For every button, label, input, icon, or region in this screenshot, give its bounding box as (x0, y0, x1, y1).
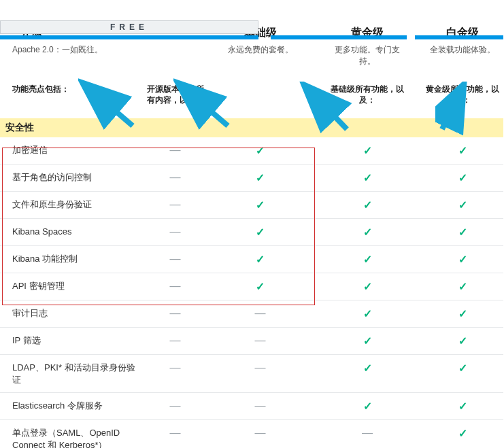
feature-label: 加密通信 (0, 137, 143, 163)
tier-gold-desc: 更多功能。专门支持。 (323, 44, 411, 80)
check-icon: ✓ (256, 254, 265, 265)
includes-gold: 基础级所有功能，以及： (323, 80, 411, 119)
check-icon: ✓ (458, 281, 467, 292)
feature-label: LDAP、PKI* 和活动目录身份验证 (0, 355, 143, 392)
check-icon: ✓ (458, 172, 467, 184)
check-icon: ✓ (458, 362, 467, 374)
table-row: 文件和原生身份验证—✓✓✓ (0, 192, 503, 219)
dash-icon: — (170, 144, 181, 156)
free-banner: FREE (0, 20, 258, 34)
dash-icon: — (170, 253, 181, 264)
dash-icon: — (255, 307, 266, 319)
dash-icon: — (170, 226, 181, 237)
check-icon: ✓ (363, 199, 372, 211)
check-icon: ✓ (363, 335, 372, 347)
tier-basic-desc: 永远免费的套餐。 (207, 44, 313, 68)
table-row: 加密通信—✓✓✓ (0, 137, 503, 165)
feature-label: 文件和原生身份验证 (0, 192, 143, 218)
dash-icon: — (255, 334, 266, 346)
dash-icon: — (170, 427, 181, 438)
table-row: Kibana 功能控制—✓✓✓ (0, 246, 503, 273)
feature-rows: 加密通信—✓✓✓基于角色的访问控制—✓✓✓文件和原生身份验证—✓✓✓Kibana… (0, 137, 503, 448)
check-icon: ✓ (363, 308, 372, 320)
includes-opensource: 功能亮点包括： (0, 80, 143, 107)
tier-platinum-name: 白金级 (422, 20, 503, 44)
check-icon: ✓ (458, 199, 467, 211)
dash-icon: — (362, 427, 373, 438)
dash-icon: — (255, 400, 266, 411)
check-icon: ✓ (363, 172, 372, 184)
table-row: 基于角色的访问控制—✓✓✓ (0, 165, 503, 192)
check-icon: ✓ (458, 400, 467, 412)
feature-label: Kibana 功能控制 (0, 246, 143, 272)
feature-label: 单点登录（SAML、OpenID Connect 和 Kerberos*） (0, 420, 143, 448)
tier-gold-name: 黄金级 (323, 20, 411, 44)
tier-opensource-desc: Apache 2.0：一如既往。 (0, 44, 143, 68)
tier-platinum-desc: 全装载功能体验。 (422, 44, 503, 68)
feature-label: IP 筛选 (0, 328, 143, 354)
check-icon: ✓ (458, 335, 467, 347)
check-icon: ✓ (256, 281, 265, 292)
dash-icon: — (170, 334, 181, 346)
check-icon: ✓ (363, 281, 372, 292)
comparison-table: FREE 开源 Apache 2.0：一如既往。 基础级 永远免费的套餐。 黄金… (0, 20, 503, 448)
topbar-free (0, 35, 258, 39)
dash-icon: — (170, 171, 181, 183)
dash-icon: — (255, 427, 266, 438)
check-icon: ✓ (363, 254, 372, 265)
dash-icon: — (170, 199, 181, 210)
feature-label: API 密钥管理 (0, 273, 143, 299)
feature-label: Elasticsearch 令牌服务 (0, 393, 143, 419)
check-icon: ✓ (458, 428, 467, 439)
table-row: API 密钥管理—✓✓✓ (0, 273, 503, 300)
table-row: 单点登录（SAML、OpenID Connect 和 Kerberos*）———… (0, 420, 503, 448)
topbar-gold (271, 35, 407, 39)
table-row: 审计日志——✓✓ (0, 300, 503, 328)
check-icon: ✓ (458, 308, 467, 320)
check-icon: ✓ (256, 172, 265, 184)
check-icon: ✓ (256, 199, 265, 211)
includes-row: 功能亮点包括： 开源版本中的所有内容，以及： 基础级所有功能，以及： 黄金级所有… (0, 80, 503, 119)
table-row: LDAP、PKI* 和活动目录身份验证——✓✓ (0, 355, 503, 393)
check-icon: ✓ (363, 145, 372, 156)
topbar-platinum (415, 35, 503, 39)
check-icon: ✓ (458, 254, 467, 265)
dash-icon: — (255, 362, 266, 373)
check-icon: ✓ (256, 226, 265, 238)
table-row: Elasticsearch 令牌服务——✓✓ (0, 393, 503, 420)
check-icon: ✓ (458, 226, 467, 238)
dash-icon: — (170, 280, 181, 292)
feature-label: Kibana Spaces (0, 219, 143, 245)
table-row: IP 筛选——✓✓ (0, 328, 503, 355)
includes-platinum: 黄金级所有功能，以及： (422, 80, 503, 119)
check-icon: ✓ (363, 226, 372, 238)
feature-label: 基于角色的访问控制 (0, 165, 143, 190)
dash-icon: — (170, 400, 181, 411)
check-icon: ✓ (363, 400, 372, 412)
dash-icon: — (170, 307, 181, 319)
includes-basic: 开源版本中的所有内容，以及： (143, 80, 207, 119)
check-icon: ✓ (256, 145, 265, 156)
table-row: Kibana Spaces—✓✓✓ (0, 219, 503, 246)
dash-icon: — (170, 362, 181, 373)
section-security: 安全性 (0, 118, 503, 137)
check-icon: ✓ (458, 145, 467, 156)
check-icon: ✓ (363, 362, 372, 374)
feature-label: 审计日志 (0, 300, 143, 326)
